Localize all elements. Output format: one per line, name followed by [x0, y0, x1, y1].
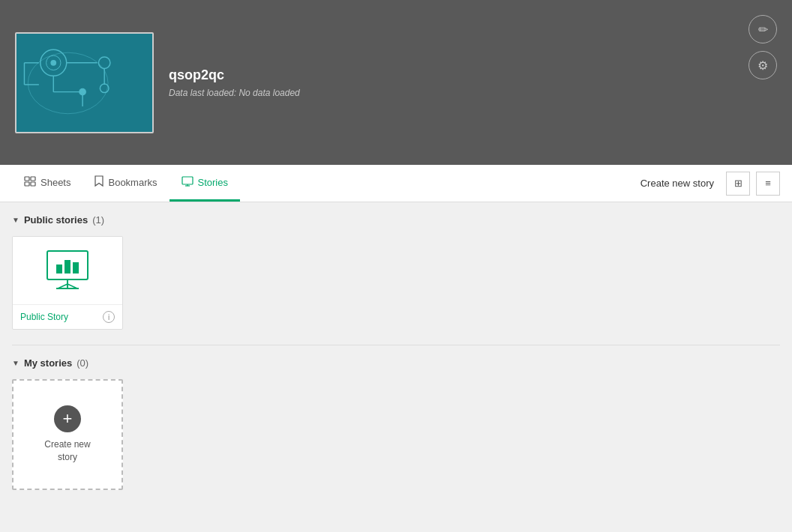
story-card-thumbnail: [13, 237, 122, 304]
create-new-story-card[interactable]: + Create newstory: [12, 379, 123, 490]
my-stories-count: (0): [76, 357, 88, 369]
list-view-button[interactable]: ≡: [756, 172, 780, 196]
my-stories-section-header[interactable]: ▼ My stories (0): [12, 357, 780, 369]
create-story-button[interactable]: Create new story: [634, 175, 720, 192]
create-card-label: Create newstory: [44, 438, 90, 464]
story-card-name: Public Story: [20, 312, 68, 322]
my-stories-cards: + Create newstory: [12, 379, 780, 490]
nav-bar: Sheets Bookmarks Stories Create new stor…: [0, 165, 792, 202]
public-stories-section-header[interactable]: ▼ Public stories (1): [12, 214, 780, 226]
header-actions: ✏ ⚙: [748, 15, 777, 79]
edit-button[interactable]: ✏: [748, 15, 777, 43]
create-plus-icon: +: [54, 405, 81, 432]
sheets-icon: [24, 176, 36, 189]
tab-bookmarks[interactable]: Bookmarks: [82, 165, 169, 202]
section-divider: [12, 345, 780, 345]
tab-bookmarks-label: Bookmarks: [108, 177, 157, 188]
nav-right: Create new story ⊞ ≡: [634, 172, 780, 196]
grid-icon: ⊞: [734, 178, 742, 189]
nav-tabs: Sheets Bookmarks Stories: [12, 165, 240, 202]
tab-stories-label: Stories: [198, 177, 228, 188]
app-thumbnail: [15, 32, 154, 133]
public-stories-count: (1): [92, 214, 104, 226]
bookmarks-icon: [94, 175, 104, 190]
app-subtitle: Data last loaded: No data loaded: [169, 88, 300, 98]
story-card-public[interactable]: Public Story i: [12, 236, 123, 330]
svg-rect-19: [31, 182, 35, 186]
svg-rect-20: [182, 177, 193, 184]
svg-rect-24: [56, 265, 62, 273]
svg-rect-17: [31, 177, 35, 181]
public-stories-title: Public stories: [24, 214, 88, 226]
my-stories-chevron: ▼: [12, 359, 20, 367]
settings-button[interactable]: ⚙: [748, 51, 777, 79]
list-icon: ≡: [765, 178, 771, 189]
my-stories-title: My stories: [24, 357, 72, 369]
tab-sheets[interactable]: Sheets: [12, 165, 82, 202]
app-title: qsop2qc: [169, 67, 300, 83]
public-stories-chevron: ▼: [12, 216, 20, 224]
tab-sheets-label: Sheets: [40, 177, 70, 188]
edit-icon: ✏: [758, 22, 768, 37]
stories-icon: [182, 176, 194, 189]
app-header: qsop2qc Data last loaded: No data loaded…: [0, 0, 792, 165]
story-card-footer: Public Story i: [13, 304, 122, 329]
svg-rect-0: [17, 34, 152, 132]
svg-rect-18: [25, 182, 29, 186]
info-icon[interactable]: i: [103, 311, 115, 323]
main-content: ▼ Public stories (1): [0, 202, 792, 532]
settings-icon: ⚙: [758, 58, 768, 73]
svg-rect-25: [64, 260, 70, 273]
svg-rect-16: [25, 177, 29, 181]
svg-rect-26: [73, 262, 79, 273]
public-stories-cards: Public Story i: [12, 236, 780, 330]
app-info: qsop2qc Data last loaded: No data loaded: [169, 67, 300, 98]
svg-point-3: [50, 59, 56, 65]
grid-view-button[interactable]: ⊞: [726, 172, 750, 196]
tab-stories[interactable]: Stories: [170, 165, 240, 202]
